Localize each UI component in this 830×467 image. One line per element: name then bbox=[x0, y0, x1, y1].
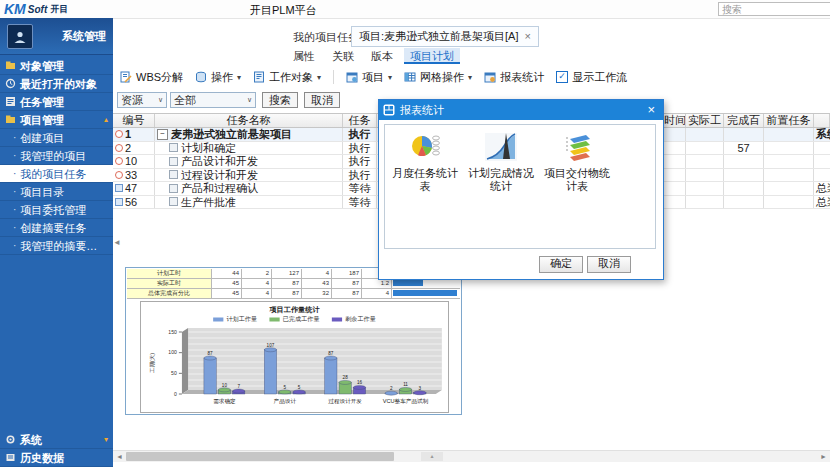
pie-chart-icon bbox=[408, 131, 442, 165]
clock-icon bbox=[5, 78, 16, 89]
summary-label: 总体完成百分比 bbox=[127, 289, 212, 298]
task-id: 10 bbox=[125, 155, 137, 167]
tab-versions[interactable]: 版本 bbox=[365, 48, 399, 64]
search-button[interactable]: 搜索 bbox=[262, 92, 298, 108]
sidebar-item-project-management[interactable]: 项目管理 ▴ bbox=[0, 111, 113, 129]
close-icon[interactable]: × bbox=[647, 102, 655, 117]
expand-arrow-icon[interactable]: ▾ bbox=[104, 431, 108, 449]
tab-relations[interactable]: 关联 bbox=[326, 48, 360, 64]
dialog-title-bar[interactable]: 报表统计 × bbox=[379, 100, 663, 120]
tree-collapse-icon[interactable]: − bbox=[157, 129, 168, 140]
wbs-decompose-button[interactable]: WBS分解 bbox=[120, 70, 183, 85]
cancel-button[interactable]: 取消 bbox=[304, 92, 340, 108]
sidebar-item-label: 项目目录 bbox=[20, 183, 64, 201]
svg-text:107: 107 bbox=[267, 343, 275, 348]
column-header-predecessor[interactable]: 前置任务 bbox=[764, 114, 814, 127]
global-search-input[interactable] bbox=[718, 2, 830, 16]
task-status: 等待 bbox=[343, 196, 377, 209]
svg-text:5: 5 bbox=[283, 385, 286, 390]
sidebar-item-create-project[interactable]: · 创建项目 bbox=[0, 129, 113, 147]
sidebar-item-recent-objects[interactable]: 最近打开的对象 bbox=[0, 75, 113, 93]
svg-text:工期(天): 工期(天) bbox=[149, 353, 155, 373]
sidebar-item-my-project-tasks[interactable]: · 我的项目任务 bbox=[0, 165, 113, 183]
operations-menu-button[interactable]: 操作 ▾ bbox=[195, 70, 241, 85]
svg-text:87: 87 bbox=[208, 351, 214, 356]
sidebar-item-create-summary-task[interactable]: · 创建摘要任务 bbox=[0, 219, 113, 237]
project-menu-button[interactable]: 项目 ▾ bbox=[346, 70, 392, 85]
toolbar-label: WBS分解 bbox=[136, 70, 183, 85]
task-id: 2 bbox=[125, 142, 131, 154]
avatar[interactable] bbox=[7, 24, 33, 49]
report-item-deliverables[interactable]: 项目交付物统计表 bbox=[539, 131, 615, 248]
chevron-down-icon: ▾ bbox=[237, 73, 241, 82]
svg-text:100: 100 bbox=[168, 350, 177, 356]
cancel-button[interactable]: 取消 bbox=[587, 256, 631, 273]
resource-combobox[interactable]: 资源 ∨ bbox=[117, 92, 167, 108]
sidebar-item-system[interactable]: 系统 ▾ bbox=[0, 431, 113, 449]
close-icon[interactable]: × bbox=[525, 31, 531, 42]
toolbar-label: 网格操作 bbox=[420, 70, 464, 85]
column-header-id[interactable]: 编号 bbox=[113, 114, 155, 127]
column-header-actual-work[interactable]: 实际工 bbox=[686, 114, 724, 127]
task-name: 生产件批准 bbox=[181, 196, 236, 208]
sidebar-item-label: 最近打开的对象 bbox=[20, 75, 97, 93]
report-item-plan-completion[interactable]: 计划完成情况统计 bbox=[463, 131, 539, 248]
sidebar-item-label: 任务管理 bbox=[20, 93, 64, 111]
grid-operations-menu-button[interactable]: 网格操作 ▾ bbox=[404, 70, 472, 85]
sidebar-item-task-management[interactable]: 任务管理 bbox=[0, 93, 113, 111]
ok-button[interactable]: 确定 bbox=[539, 256, 583, 273]
dialog-content: 月度任务统计表 计划完成情况统计 bbox=[384, 124, 656, 249]
column-header-resource[interactable] bbox=[814, 114, 830, 127]
sidebar-item-label: 我的项目任务 bbox=[20, 165, 86, 183]
scroll-right-arrow[interactable]: ► bbox=[817, 451, 830, 462]
svg-text:2: 2 bbox=[390, 386, 393, 391]
summary-value: 2 bbox=[242, 269, 272, 278]
task-status-icon bbox=[115, 184, 123, 192]
tab-project-macpherson[interactable]: 项目:麦弗逊式独立前悬架项目[A] × bbox=[351, 26, 539, 47]
sidebar-item-label: 我管理的项目 bbox=[20, 147, 86, 165]
report-item-label: 月度任务统计表 bbox=[389, 167, 461, 193]
show-workflow-checkbox[interactable]: ✓ 显示工作流 bbox=[556, 70, 627, 85]
bullet-icon: · bbox=[13, 201, 16, 219]
cube-icon bbox=[5, 60, 16, 71]
column-header-status[interactable]: 任务 bbox=[343, 114, 377, 127]
report-calendar-icon bbox=[484, 71, 496, 83]
scroll-left-arrow[interactable]: ◄ bbox=[113, 451, 126, 462]
report-item-monthly-task[interactable]: 月度任务统计表 bbox=[387, 131, 463, 248]
bullet-icon: · bbox=[13, 147, 16, 165]
collapse-arrow-icon[interactable]: ▴ bbox=[104, 111, 108, 129]
gear-icon bbox=[5, 434, 16, 445]
chevron-down-icon: ▾ bbox=[317, 73, 321, 82]
sidebar-item-object-management[interactable]: 对象管理 bbox=[0, 57, 113, 75]
app-title: 开目PLM平台 bbox=[250, 3, 317, 18]
person-icon bbox=[13, 30, 27, 44]
scrollbar-grip[interactable]: ▴ bbox=[421, 452, 443, 461]
sidebar-item-my-managed-projects[interactable]: · 我管理的项目 bbox=[0, 147, 113, 165]
sidebar-item-history-data[interactable]: 历史数据 bbox=[0, 449, 113, 467]
sidebar-item-my-managed-summary[interactable]: · 我管理的摘要… bbox=[0, 237, 113, 255]
summary-value: 44 bbox=[212, 269, 242, 278]
tree-leaf-icon bbox=[169, 197, 178, 206]
sidebar-collapse-handle[interactable]: ◄ bbox=[113, 238, 121, 247]
task-status: 执行 bbox=[343, 155, 377, 168]
column-header-percent[interactable]: 完成百 bbox=[724, 114, 764, 127]
scrollbar-thumb[interactable] bbox=[126, 452, 394, 461]
horizontal-scrollbar[interactable]: ◄ ▴ ► bbox=[113, 450, 830, 462]
work-object-menu-button[interactable]: 工作对象 ▾ bbox=[253, 70, 321, 85]
svg-text:0: 0 bbox=[174, 391, 177, 397]
column-header-name[interactable]: 任务名称 bbox=[155, 114, 343, 127]
chevron-down-icon: ∨ bbox=[247, 96, 252, 104]
svg-text:剩余工作量: 剩余工作量 bbox=[345, 316, 376, 324]
sidebar-item-project-directory[interactable]: · 项目目录 bbox=[0, 183, 113, 201]
task-status-icon bbox=[115, 130, 123, 138]
sidebar-item-project-delegation[interactable]: · 项目委托管理 bbox=[0, 201, 113, 219]
sidebar-item-label: 对象管理 bbox=[20, 57, 64, 75]
checkbox-checked-icon[interactable]: ✓ bbox=[556, 71, 568, 83]
svg-text:87: 87 bbox=[328, 351, 334, 356]
scope-combobox[interactable]: 全部 ∨ bbox=[170, 92, 256, 108]
document-tabs: 我的项目任务 项目:麦弗逊式独立前悬架项目[A] × bbox=[113, 25, 830, 46]
chevron-down-icon: ∨ bbox=[158, 96, 163, 104]
tab-properties[interactable]: 属性 bbox=[287, 48, 321, 64]
report-statistics-button[interactable]: 报表统计 bbox=[484, 70, 544, 85]
tab-project-plan[interactable]: 项目计划 bbox=[404, 48, 460, 64]
